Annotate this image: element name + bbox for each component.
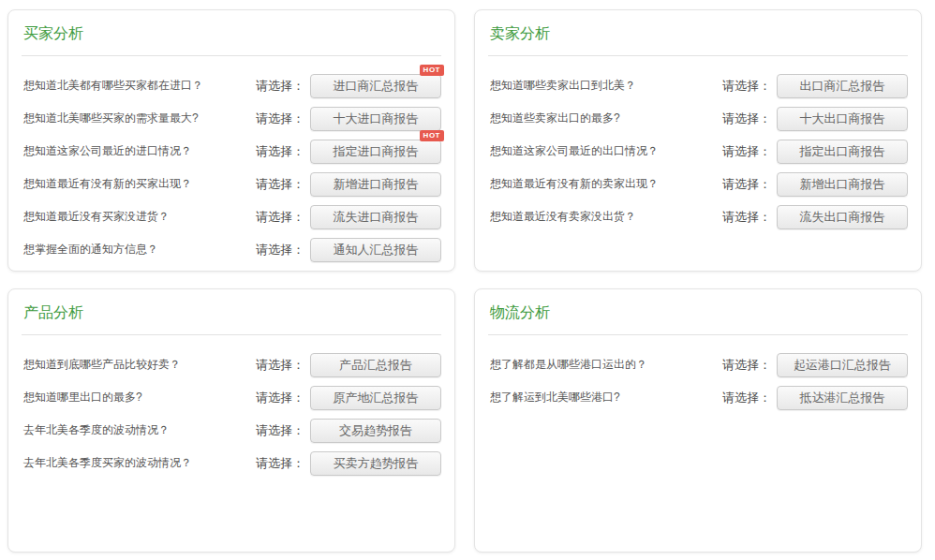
select-label: 请选择： — [256, 422, 304, 439]
question-text: 想知道最近有没有新的买家出现？ — [22, 176, 256, 192]
hot-badge: HOT — [420, 130, 444, 141]
report-row: 想知道最近有没有新的买家出现？ 请选择： 新增进口商报告 — [22, 168, 441, 200]
panel-product-analysis: 产品分析 想知道到底哪些产品比较好卖？ 请选择： 产品汇总报告 想知道哪里出口的… — [7, 288, 455, 553]
question-text: 想掌握全面的通知方信息？ — [22, 242, 256, 258]
report-button-wrap: 抵达港汇总报告 — [777, 386, 908, 410]
select-label: 请选择： — [256, 357, 304, 374]
report-row: 想知道些卖家出口的最多? 请选择： 十大出口商报告 — [488, 102, 908, 135]
report-row: 想知道这家公司最近的进口情况？ 请选择： 指定进口商报告 HOT — [22, 135, 441, 168]
report-button-wrap: 流失出口商报告 — [777, 205, 908, 229]
question-text: 去年北美各季度的波动情况？ — [22, 422, 256, 438]
report-row: 想知道北美都有哪些买家都在进口？ 请选择： 进口商汇总报告 HOT — [22, 69, 441, 102]
report-button-wrap: 原产地汇总报告 — [310, 386, 441, 410]
select-label: 请选择： — [256, 455, 304, 472]
report-row: 去年北美各季度买家的波动情况？ 请选择： 买卖方趋势报告 — [22, 447, 441, 479]
report-button-wrap: 买卖方趋势报告 — [310, 451, 441, 476]
report-button-wrap: 十大进口商报告 — [310, 107, 441, 131]
select-label: 请选择： — [722, 176, 771, 193]
report-row: 想知道这家公司最近的出口情况？ 请选择： 指定出口商报告 — [488, 135, 908, 168]
select-label: 请选择： — [722, 209, 771, 226]
report-row: 想知道最近有没有新的卖家出现？ 请选择： 新增出口商报告 — [488, 168, 908, 200]
hot-badge: HOT — [420, 65, 444, 76]
lost-exporters-report-button[interactable]: 流失出口商报告 — [777, 205, 908, 229]
export-summary-report-button[interactable]: 出口商汇总报告 — [777, 74, 908, 98]
question-text: 想知道哪些卖家出口到北美？ — [488, 78, 722, 94]
question-text: 想知道北美哪些买家的需求量最大? — [22, 111, 256, 126]
report-row: 想知道最近没有买家没进货？ 请选择： 流失进口商报告 — [22, 200, 441, 233]
report-button-wrap: 进口商汇总报告 HOT — [310, 74, 441, 98]
specified-importer-report-button[interactable]: 指定进口商报告 — [310, 140, 441, 164]
notify-party-summary-report-button[interactable]: 通知人汇总报告 — [310, 238, 441, 262]
select-label: 请选择： — [256, 176, 304, 193]
buyer-seller-trend-report-button[interactable]: 买卖方趋势报告 — [310, 451, 441, 476]
report-button-wrap: 出口商汇总报告 — [777, 74, 908, 98]
lost-importers-report-button[interactable]: 流失进口商报告 — [310, 205, 441, 229]
report-row: 想掌握全面的通知方信息？ 请选择： 通知人汇总报告 — [22, 233, 441, 266]
question-text: 去年北美各季度买家的波动情况？ — [22, 455, 256, 471]
report-button-wrap: 十大出口商报告 — [777, 107, 908, 131]
new-exporters-report-button[interactable]: 新增出口商报告 — [777, 172, 908, 197]
rows-container: 想知道到底哪些产品比较好卖？ 请选择： 产品汇总报告 想知道哪里出口的最多? 请… — [22, 335, 441, 479]
report-button-wrap: 新增进口商报告 — [310, 172, 441, 197]
select-label: 请选择： — [722, 143, 771, 160]
report-button-wrap: 产品汇总报告 — [310, 353, 441, 377]
select-label: 请选择： — [256, 78, 304, 95]
report-row: 想了解运到北美哪些港口? 请选择： 抵达港汇总报告 — [488, 381, 908, 414]
rows-container: 想知道哪些卖家出口到北美？ 请选择： 出口商汇总报告 想知道些卖家出口的最多? … — [488, 56, 908, 233]
select-label: 请选择： — [722, 357, 771, 374]
question-text: 想知道最近有没有新的卖家出现？ — [488, 176, 722, 192]
panel-logistics-analysis: 物流分析 想了解都是从哪些港口运出的？ 请选择： 起运港口汇总报告 想了解运到北… — [474, 288, 922, 553]
trade-trend-report-button[interactable]: 交易趋势报告 — [310, 419, 441, 443]
product-summary-report-button[interactable]: 产品汇总报告 — [310, 353, 441, 377]
report-button-wrap: 指定出口商报告 — [777, 140, 908, 164]
report-row: 想知道哪里出口的最多? 请选择： 原产地汇总报告 — [22, 381, 441, 414]
select-label: 请选择： — [722, 111, 771, 127]
select-label: 请选择： — [722, 390, 771, 406]
question-text: 想知道最近没有卖家没出货？ — [488, 209, 722, 225]
panel-title: 卖家分析 — [488, 10, 908, 56]
question-text: 想知道最近没有买家没进货？ — [22, 209, 256, 225]
panel-title: 产品分析 — [22, 289, 441, 335]
report-row: 去年北美各季度的波动情况？ 请选择： 交易趋势报告 — [22, 414, 441, 447]
panel-seller-analysis: 卖家分析 想知道哪些卖家出口到北美？ 请选择： 出口商汇总报告 想知道些卖家出口… — [474, 9, 922, 272]
panel-title: 物流分析 — [488, 289, 908, 335]
select-label: 请选择： — [256, 143, 304, 160]
report-button-wrap: 新增出口商报告 — [777, 172, 908, 197]
select-label: 请选择： — [256, 111, 304, 127]
report-button-wrap: 通知人汇总报告 — [310, 238, 441, 262]
panel-title: 买家分析 — [22, 10, 441, 56]
top10-exporters-report-button[interactable]: 十大出口商报告 — [777, 107, 908, 131]
report-button-wrap: 指定进口商报告 HOT — [310, 140, 441, 164]
question-text: 想知道些卖家出口的最多? — [488, 111, 722, 126]
select-label: 请选择： — [256, 209, 304, 226]
report-row: 想知道到底哪些产品比较好卖？ 请选择： 产品汇总报告 — [22, 348, 441, 381]
report-button-wrap: 交易趋势报告 — [310, 419, 441, 443]
question-text: 想知道这家公司最近的出口情况？ — [488, 143, 722, 159]
report-row: 想知道北美哪些买家的需求量最大? 请选择： 十大进口商报告 — [22, 102, 441, 135]
new-importers-report-button[interactable]: 新增进口商报告 — [310, 172, 441, 197]
departure-port-summary-report-button[interactable]: 起运港口汇总报告 — [777, 353, 908, 377]
question-text: 想知道这家公司最近的进口情况？ — [22, 143, 256, 159]
report-button-wrap: 流失进口商报告 — [310, 205, 441, 229]
import-summary-report-button[interactable]: 进口商汇总报告 — [310, 74, 441, 98]
specified-exporter-report-button[interactable]: 指定出口商报告 — [777, 140, 908, 164]
report-row: 想知道哪些卖家出口到北美？ 请选择： 出口商汇总报告 — [488, 69, 908, 102]
arrival-port-summary-report-button[interactable]: 抵达港汇总报告 — [777, 386, 908, 410]
report-row: 想知道最近没有卖家没出货？ 请选择： 流失出口商报告 — [488, 200, 908, 233]
rows-container: 想了解都是从哪些港口运出的？ 请选择： 起运港口汇总报告 想了解运到北美哪些港口… — [488, 335, 908, 414]
select-label: 请选择： — [256, 242, 304, 258]
select-label: 请选择： — [722, 78, 771, 95]
top10-importers-report-button[interactable]: 十大进口商报告 — [310, 107, 441, 131]
report-row: 想了解都是从哪些港口运出的？ 请选择： 起运港口汇总报告 — [488, 348, 908, 381]
report-button-wrap: 起运港口汇总报告 — [777, 353, 908, 377]
question-text: 想知道哪里出口的最多? — [22, 390, 256, 405]
select-label: 请选择： — [256, 390, 304, 406]
question-text: 想知道北美都有哪些买家都在进口？ — [22, 78, 256, 94]
rows-container: 想知道北美都有哪些买家都在进口？ 请选择： 进口商汇总报告 HOT 想知道北美哪… — [22, 56, 441, 266]
question-text: 想知道到底哪些产品比较好卖？ — [22, 357, 256, 373]
question-text: 想了解运到北美哪些港口? — [488, 390, 722, 405]
question-text: 想了解都是从哪些港口运出的？ — [488, 357, 722, 373]
origin-summary-report-button[interactable]: 原产地汇总报告 — [310, 386, 441, 410]
panel-buyer-analysis: 买家分析 想知道北美都有哪些买家都在进口？ 请选择： 进口商汇总报告 HOT 想… — [7, 9, 455, 272]
